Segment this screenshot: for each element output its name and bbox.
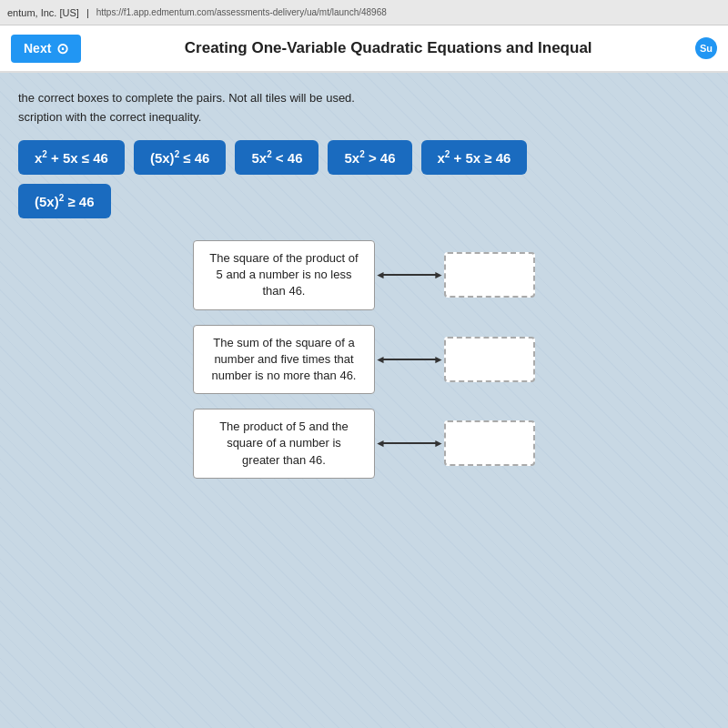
tiles-row-1: x2 + 5x ≤ 46 (5x)2 ≤ 46 5x2 < 46 5x2 > 4… <box>18 140 710 175</box>
match-arrow-2 <box>382 359 437 360</box>
match-arrow-3 <box>382 442 437 444</box>
match-description-3: The product of 5 and the square of a num… <box>193 409 375 479</box>
tiles-area: x2 + 5x ≤ 46 (5x)2 ≤ 46 5x2 < 46 5x2 > 4… <box>18 140 710 218</box>
browser-site: entum, Inc. [US] <box>7 7 79 18</box>
match-row-2: The sum of the square of a number and fi… <box>193 325 535 395</box>
browser-bar: entum, Inc. [US] | https://f1.app.edment… <box>0 0 728 25</box>
su-badge: Su <box>695 37 717 59</box>
tiles-row-2: (5x)2 ≥ 46 <box>18 184 710 218</box>
next-arrow-icon: ⊙ <box>56 40 68 57</box>
separator: | <box>86 7 89 18</box>
match-description-1: The square of the product of 5 and a num… <box>193 240 375 310</box>
tile-2[interactable]: (5x)2 ≤ 46 <box>134 140 227 175</box>
arrow-line-2 <box>382 359 437 360</box>
match-row-3: The product of 5 and the square of a num… <box>193 409 535 479</box>
instruction-line1: the correct boxes to complete the pairs.… <box>18 91 710 105</box>
next-label: Next <box>24 41 51 56</box>
tile-3[interactable]: 5x2 < 46 <box>235 140 318 175</box>
next-button[interactable]: Next ⊙ <box>11 35 81 63</box>
header-bar: Next ⊙ Creating One-Variable Quadratic E… <box>0 25 728 73</box>
match-arrow-1 <box>382 274 437 276</box>
tile-1[interactable]: x2 + 5x ≤ 46 <box>18 140 125 175</box>
main-content: the correct boxes to complete the pairs.… <box>0 73 728 728</box>
matching-section: The square of the product of 5 and a num… <box>18 240 710 479</box>
tile-5[interactable]: x2 + 5x ≥ 46 <box>421 140 528 175</box>
browser-url: https://f1.app.edmentum.com/assessments-… <box>96 7 387 17</box>
match-target-2[interactable] <box>444 337 535 382</box>
tile-6[interactable]: (5x)2 ≥ 46 <box>18 184 111 218</box>
match-row-1: The square of the product of 5 and a num… <box>193 240 535 310</box>
instruction-line2: scription with the correct inequality. <box>18 110 710 124</box>
arrow-line-1 <box>382 274 437 276</box>
match-target-1[interactable] <box>444 252 535 298</box>
match-target-3[interactable] <box>444 420 535 466</box>
arrow-line-3 <box>382 442 437 444</box>
match-description-2: The sum of the square of a number and fi… <box>193 325 375 395</box>
page-title: Creating One-Variable Quadratic Equation… <box>96 39 681 57</box>
tile-4[interactable]: 5x2 > 46 <box>328 140 411 175</box>
